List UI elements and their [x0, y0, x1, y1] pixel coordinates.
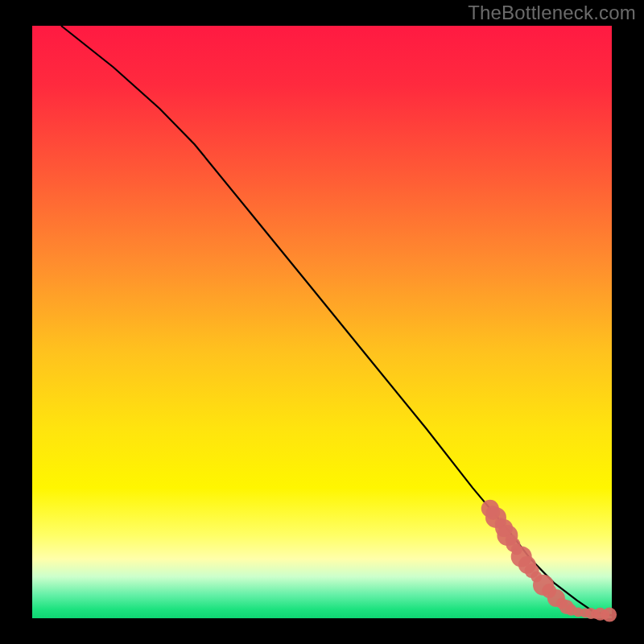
chart-container: TheBottleneck.com: [0, 0, 644, 644]
data-point: [602, 608, 617, 622]
plot-area: [32, 26, 612, 618]
watermark-text: TheBottleneck.com: [468, 2, 636, 24]
plot-svg: [0, 0, 644, 644]
